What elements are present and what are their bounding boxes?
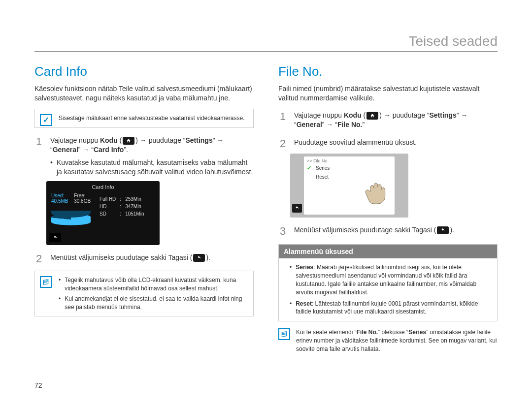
row-value: 347Min [125, 203, 147, 210]
touch-hand-icon [360, 175, 390, 205]
menu-item-label: Reset [316, 174, 329, 180]
header-title: Teised seaded [408, 33, 498, 49]
used-value: 40.5MB [51, 198, 68, 204]
note-icon [278, 328, 290, 340]
text: ” → “ [78, 146, 94, 154]
back-icon [292, 204, 302, 213]
kodu-label: Kodu [100, 136, 118, 144]
text: ” [362, 121, 365, 128]
row-label: HD [100, 203, 119, 210]
section-title-card-info: Card Info [34, 64, 254, 79]
menu-item-series: ✔ Series [307, 163, 392, 173]
breadcrumb: >> File No. [307, 158, 392, 163]
text: Vajutage nuppu [294, 111, 344, 119]
free-value: 30.8GB [74, 198, 91, 204]
card-info-step-1: 1 Vajutage nuppu Kodu () → puudutage “Se… [34, 136, 254, 177]
submenu-body: •Series: Määrab järjestikulised failinum… [279, 258, 497, 321]
note-insert-card: ✓ Sisestage mälukaart enne salvestusteab… [34, 109, 254, 128]
step-body: Menüüst väljumiseks puudutage sakki Taga… [50, 253, 210, 265]
text: Menüüst väljumiseks puudutage sakki Taga… [294, 226, 436, 234]
submenu-key: Series [296, 264, 313, 271]
file-no-step-2: 2 Puudutage soovitud alammenüü üksust. [278, 138, 498, 150]
note-insert-card-text: Sisestage mälukaart enne salvestusteabe … [59, 115, 245, 122]
text: ). [206, 253, 210, 261]
kodu-label: Kodu [344, 111, 362, 119]
submenu-item: Series: Määrab järjestikulised failinumb… [296, 263, 491, 296]
text: ” olekusse “ [378, 329, 408, 336]
note-capacity: •Tegelik mahutavus võib olla LCD-ekraani… [34, 271, 254, 316]
step-body: Vajutage nuppu Kodu () → puudutage “Sett… [294, 111, 498, 130]
back-icon [437, 226, 449, 234]
card-info-label: Card Info [94, 146, 124, 154]
text: ”. [124, 146, 128, 154]
text: ” → “ [322, 121, 337, 128]
row-value: 253Min [125, 196, 147, 202]
text: Vajutage nuppu [50, 136, 100, 144]
text: Kui te seate elemendi “ [296, 329, 357, 336]
used-label: Used: [51, 193, 64, 198]
card-info-intro: Käesolev funktsioon näitab Teile valitud… [34, 84, 254, 103]
row-label: SD [100, 211, 119, 217]
home-icon [123, 137, 134, 145]
file-no-label: File No. [337, 121, 363, 128]
settings-label: Settings [185, 136, 212, 144]
page: Teised seaded Card Info Käesolev funktsi… [0, 0, 532, 407]
bullet-dot: • [50, 158, 53, 177]
file-no-inline: File No. [357, 329, 378, 336]
submenu-key: Reset [296, 300, 312, 307]
step-body: Vajutage nuppu Kodu () → puudutage “Sett… [50, 136, 254, 177]
file-no-screen: >> File No. ✔ Series Reset [290, 154, 408, 218]
note-item: Kui andmekandjat ei ole sisestatud, ei s… [65, 295, 247, 312]
step-number: 2 [34, 253, 43, 265]
text: → puudutage “ [138, 136, 186, 144]
bullet-dot: • [59, 295, 61, 312]
menu-item-label: Series [316, 165, 330, 171]
submenu-header: Alammenüü üksused [279, 245, 497, 258]
text: → puudutage “ [382, 111, 430, 119]
submenu-box: Alammenüü üksused •Series: Määrab järjes… [278, 244, 498, 321]
lcd-stats: Full HD:253Min HD:347Min SD:1051Min [99, 195, 148, 230]
step-1-bullet: • Kuvatakse kasutatud mälumaht, kasutami… [50, 158, 254, 177]
back-icon [193, 254, 205, 262]
text: Menüüst väljumiseks puudutage sakki Taga… [50, 253, 192, 261]
check-icon: ✔ [307, 165, 313, 171]
bullet-dot: • [59, 276, 61, 293]
check-icon: ✓ [40, 114, 52, 126]
general-label: General [53, 146, 78, 154]
file-no-step-1: 1 Vajutage nuppu Kodu () → puudutage “Se… [278, 111, 498, 130]
text: ). [450, 226, 454, 234]
left-column: Card Info Käesolev funktsioon näitab Tei… [34, 64, 254, 359]
note-icon [40, 276, 52, 288]
submenu-desc: : Määrab järjestikulised failinumbrid is… [296, 264, 476, 295]
file-no-intro: Faili nimed (numbrid) määratakse salvest… [278, 84, 498, 103]
step-number: 1 [34, 136, 43, 177]
series-inline: Series [408, 329, 426, 336]
lcd-title: Card Info [51, 184, 155, 190]
card-info-step-2: 2 Menüüst väljumiseks puudutage sakki Ta… [34, 253, 254, 265]
back-icon [49, 233, 61, 242]
step-body: Puudutage soovitud alammenüü üksust. [294, 138, 417, 150]
bullet-text: Kuvatakse kasutatud mälumaht, kasutamise… [57, 158, 254, 177]
row-label: Full HD [100, 196, 119, 202]
general-label: General [297, 121, 322, 128]
step-body: Menüüst väljumiseks puudutage sakki Taga… [294, 225, 454, 237]
bullet-dot: • [290, 300, 292, 316]
pie-chart-icon: Used: 40.5MB Free: 30.8GB [51, 193, 96, 230]
file-no-step-3: 3 Menüüst väljumiseks puudutage sakki Ta… [278, 225, 498, 237]
step-number: 1 [278, 111, 287, 130]
note-series: Kui te seate elemendi “File No.” olekuss… [278, 328, 498, 353]
home-icon [366, 112, 378, 120]
header-rule [34, 51, 498, 52]
step-number: 2 [278, 138, 287, 150]
page-number: 72 [34, 381, 42, 389]
step-number: 3 [278, 225, 287, 237]
submenu-item: Reset: Lähtestab failinumbri kujule 0001… [296, 300, 491, 316]
section-title-file-no: File No. [278, 64, 498, 79]
free-label: Free: [74, 193, 85, 198]
content-columns: Card Info Käesolev funktsioon näitab Tei… [34, 64, 498, 359]
note-series-text: Kui te seate elemendi “File No.” olekuss… [296, 328, 498, 353]
note-item: Tegelik mahutavus võib olla LCD-ekraanil… [65, 276, 247, 293]
bullet-dot: • [290, 263, 292, 296]
right-column: File No. Faili nimed (numbrid) määrataks… [278, 64, 498, 359]
card-info-screen: Card Info Used: 40.5MB Free: 30.8GB Full… [46, 181, 160, 245]
